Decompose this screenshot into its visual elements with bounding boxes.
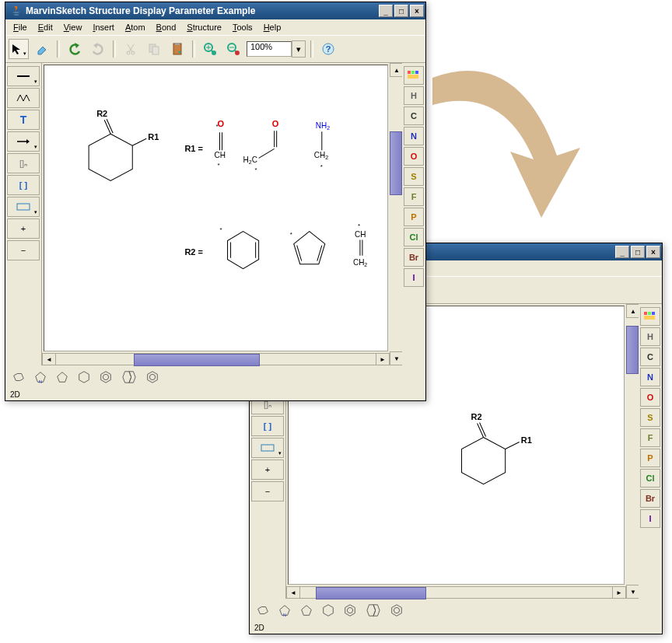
element-O[interactable]: O: [404, 147, 424, 166]
ring-cyclohexane-chair[interactable]: [256, 603, 270, 617]
horizontal-scrollbar[interactable]: ◄ ►: [286, 586, 626, 599]
status-bar: 2D: [250, 622, 662, 634]
svg-text:NH2: NH2: [316, 121, 330, 131]
bracket-tool[interactable]: [ ]: [7, 175, 40, 195]
element-N[interactable]: N: [640, 368, 660, 386]
scroll-left-button[interactable]: ◄: [42, 353, 56, 365]
minimize-button[interactable]: _: [379, 5, 393, 17]
frame-tool[interactable]: [7, 197, 40, 217]
horizontal-scrollbar[interactable]: ◄ ►: [42, 353, 390, 365]
ring-cyclopentane[interactable]: [299, 603, 313, 617]
element-P[interactable]: P: [640, 449, 660, 467]
ring-cyclohexane[interactable]: [77, 370, 91, 384]
frame-tool[interactable]: [251, 438, 284, 458]
zoom-field[interactable]: 100% ▾: [247, 40, 306, 58]
paste-button[interactable]: [167, 39, 187, 59]
element-F[interactable]: F: [404, 187, 424, 206]
element-C[interactable]: C: [640, 348, 660, 366]
ring-naphthalene[interactable]: [121, 370, 138, 384]
ring-cyclohexane-chair[interactable]: [12, 370, 26, 384]
close-button[interactable]: ×: [646, 246, 660, 258]
menu-edit[interactable]: Edit: [33, 21, 58, 33]
element-O[interactable]: O: [640, 388, 660, 407]
charge-minus-tool[interactable]: −: [251, 481, 284, 501]
element-C[interactable]: C: [404, 107, 424, 125]
scroll-right-button[interactable]: ►: [376, 353, 390, 365]
svg-text:*: *: [220, 226, 222, 233]
undo-button[interactable]: [65, 39, 85, 59]
menu-structure[interactable]: Structure: [182, 21, 226, 33]
zoom-out-button[interactable]: [223, 39, 243, 59]
r1-label: R1: [521, 435, 532, 445]
svg-rect-45: [152, 47, 159, 54]
menu-view[interactable]: View: [59, 21, 87, 33]
arrow-tool[interactable]: [7, 131, 40, 152]
svg-text:CH2: CH2: [353, 258, 367, 267]
periodic-table-button[interactable]: [640, 307, 660, 326]
charge-plus-tool[interactable]: +: [251, 460, 284, 480]
ring-benzene-alt[interactable]: [145, 370, 159, 384]
element-Cl[interactable]: Cl: [640, 469, 660, 487]
element-N[interactable]: N: [404, 127, 424, 145]
copy-button[interactable]: [144, 39, 164, 59]
help-button[interactable]: ?: [318, 39, 338, 59]
menu-file[interactable]: File: [9, 21, 32, 33]
text-tool[interactable]: T: [7, 110, 40, 130]
svg-text:CH: CH: [214, 151, 225, 159]
menu-tools[interactable]: Tools: [228, 21, 257, 33]
close-button[interactable]: ×: [410, 5, 424, 17]
element-H[interactable]: H: [640, 327, 660, 346]
periodic-table-button[interactable]: [404, 66, 424, 85]
chain-tool[interactable]: [7, 88, 40, 108]
erase-tool[interactable]: [32, 39, 52, 59]
element-I[interactable]: I: [640, 509, 660, 528]
bracket-tool[interactable]: [ ]: [251, 416, 284, 436]
zoom-in-button[interactable]: [200, 39, 220, 59]
charge-minus-tool[interactable]: −: [7, 240, 40, 260]
element-S[interactable]: S: [640, 408, 660, 427]
ring-pyrrole[interactable]: N: [278, 603, 292, 617]
ring-cyclohexane[interactable]: [321, 603, 335, 617]
minimize-button[interactable]: _: [615, 246, 629, 258]
vertical-scrollbar[interactable]: ▲ ▼: [626, 304, 639, 599]
svg-rect-47: [175, 43, 180, 45]
zoom-input[interactable]: 100%: [247, 41, 292, 57]
ring-pyrrole[interactable]: N: [33, 370, 47, 384]
svg-line-94: [297, 246, 302, 261]
scroll-right-button[interactable]: ►: [612, 586, 626, 599]
ring-naphthalene[interactable]: [365, 603, 382, 617]
selection-tool[interactable]: ▾: [9, 39, 29, 59]
menu-help[interactable]: Help: [259, 21, 286, 33]
maximize-button[interactable]: □: [631, 246, 645, 258]
charge-plus-tool[interactable]: +: [7, 218, 40, 239]
menu-insert[interactable]: Insert: [88, 21, 119, 33]
element-H[interactable]: H: [404, 86, 424, 105]
svg-text:N: N: [39, 379, 42, 384]
element-I[interactable]: I: [404, 268, 424, 287]
menu-atom[interactable]: Atom: [121, 21, 150, 33]
zoom-dropdown[interactable]: ▾: [292, 40, 306, 58]
drawing-canvas[interactable]: R2 R1 R1 = * O CH *: [44, 65, 388, 351]
ring-benzene-alt[interactable]: [390, 603, 404, 617]
ring-benzene[interactable]: [99, 370, 113, 384]
svg-marker-27: [258, 607, 268, 614]
rgroup-tool[interactable]: []ₙ: [7, 153, 40, 173]
svg-marker-19: [462, 437, 506, 484]
element-Br[interactable]: Br: [404, 248, 424, 267]
bond-tool[interactable]: [7, 66, 40, 86]
menu-bond[interactable]: Bond: [152, 21, 181, 33]
ring-benzene[interactable]: [343, 603, 357, 617]
element-Br[interactable]: Br: [640, 489, 660, 508]
scroll-left-button[interactable]: ◄: [286, 586, 300, 599]
vertical-scrollbar[interactable]: ▲ ▼: [390, 63, 402, 365]
title-bar[interactable]: MarvinSketch Structure Display Parameter…: [5, 2, 425, 19]
element-S[interactable]: S: [404, 167, 424, 186]
element-Cl[interactable]: Cl: [404, 228, 424, 246]
cut-button[interactable]: [121, 39, 141, 59]
svg-rect-103: [408, 75, 418, 79]
element-P[interactable]: P: [404, 208, 424, 226]
maximize-button[interactable]: □: [394, 5, 408, 17]
redo-button[interactable]: [88, 39, 108, 59]
ring-cyclopentane[interactable]: [55, 370, 69, 384]
element-F[interactable]: F: [640, 428, 660, 447]
